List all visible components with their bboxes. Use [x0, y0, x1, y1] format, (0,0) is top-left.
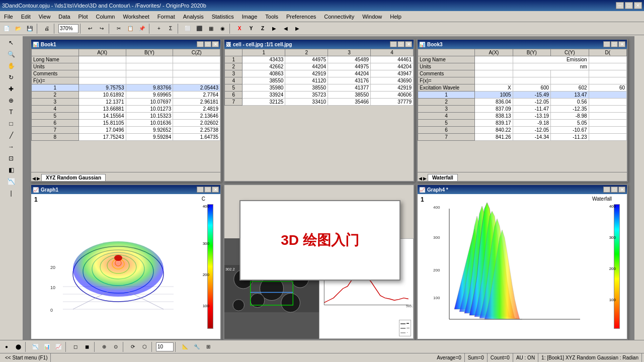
book3-r2-d[interactable] — [589, 99, 626, 106]
toolbar-z-btn[interactable]: Z — [257, 23, 268, 34]
cell-r2-v2[interactable]: 44204 — [285, 63, 328, 70]
book3-c-a[interactable] — [475, 70, 513, 77]
tab-nav-left[interactable]: ◀ — [32, 176, 36, 181]
bt-btn8[interactable]: ⊕ — [99, 341, 110, 352]
book1-fx-a[interactable] — [78, 77, 126, 84]
book3-c-d[interactable] — [589, 70, 626, 77]
book3-minimize[interactable]: _ — [603, 41, 610, 47]
toolbar-y-btn[interactable]: Y — [246, 23, 257, 34]
zoom-tool[interactable]: 🔍 — [1, 49, 21, 60]
text-tool[interactable]: T — [1, 107, 21, 118]
save-button[interactable]: 💾 — [24, 23, 35, 34]
toolbar-nav2[interactable]: ▶ — [292, 23, 303, 34]
tab-nav-right[interactable]: ▶ — [37, 176, 40, 181]
book1-close[interactable]: ✕ — [212, 41, 219, 47]
toolbar-nav1[interactable]: ◀ — [280, 23, 291, 34]
book3-tab-nav-left[interactable]: ◀ — [419, 176, 422, 181]
cell-r3-v1[interactable]: 40863 — [243, 70, 285, 77]
book3-r1-a[interactable]: 1005 — [475, 92, 513, 99]
book1-comments-c[interactable] — [173, 70, 220, 77]
menu-statistics[interactable]: Statistics — [208, 13, 238, 21]
book1-r1-c[interactable]: 2.05443 — [173, 84, 220, 92]
arrow-tool[interactable]: → — [1, 141, 21, 152]
menu-window[interactable]: Window — [358, 13, 386, 21]
cell-close[interactable]: ✕ — [405, 41, 412, 47]
menu-edit[interactable]: Edit — [17, 13, 35, 21]
book3-excwave-600[interactable]: 600 — [513, 84, 550, 92]
cell-r1-v3[interactable]: 45489 — [328, 56, 371, 63]
book3-r7-b[interactable]: -14.34 — [513, 134, 550, 141]
open-button[interactable]: 📂 — [13, 23, 24, 34]
book3-r6-a[interactable]: 840.22 — [475, 127, 513, 134]
book1-comments-a[interactable] — [78, 70, 126, 77]
book3-r5-a[interactable]: 839.17 — [475, 120, 513, 127]
bt-btn7[interactable]: ◼ — [82, 341, 93, 352]
book1-r6-a[interactable]: 15.81105 — [78, 120, 126, 127]
book3-r2-c[interactable]: 0.56 — [551, 99, 589, 106]
cell-r4-v4[interactable]: 43690 — [371, 77, 414, 84]
book3-close[interactable]: ✕ — [618, 41, 625, 47]
cell-r5-v3[interactable]: 41377 — [328, 84, 371, 92]
popup-3d-intro[interactable]: 3D 绘图入门 — [239, 200, 400, 281]
book3-r1-b[interactable]: -15.49 — [513, 92, 550, 99]
cell-r2-v1[interactable]: 42662 — [243, 63, 285, 70]
book3-c-c[interactable] — [551, 70, 589, 77]
book1-tab-xyz[interactable]: XYZ Random Gaussian — [41, 174, 106, 181]
bt-btn2[interactable]: ⬤ — [13, 341, 24, 352]
book3-r4-b[interactable]: -13.19 — [513, 113, 550, 120]
cell-r6-v3[interactable]: 38550 — [328, 92, 371, 99]
book3-excwave-x[interactable]: X — [475, 84, 513, 92]
book3-r7-a[interactable]: 841.26 — [475, 134, 513, 141]
book3-tab-waterfall[interactable]: Waterfall — [428, 174, 458, 181]
book3-ln-d[interactable] — [589, 56, 626, 63]
menu-image[interactable]: Image — [238, 13, 262, 21]
cell-r5-v4[interactable]: 42919 — [371, 84, 414, 92]
book3-u-a[interactable] — [475, 63, 513, 70]
draw-tool[interactable]: □ — [1, 118, 21, 129]
cell-r7-v3[interactable]: 35466 — [328, 99, 371, 106]
book1-r4-c[interactable]: 2.4819 — [173, 106, 220, 113]
cell-r6-v4[interactable]: 40606 — [371, 92, 414, 99]
cell-r2-v4[interactable]: 44204 — [371, 63, 414, 70]
region-tool[interactable]: ⊡ — [1, 153, 21, 164]
book3-fx-d[interactable] — [589, 77, 626, 84]
cell-r6-v2[interactable]: 35723 — [285, 92, 328, 99]
book1-r2-b[interactable]: 9.69965 — [126, 92, 173, 99]
book3-excwave-602[interactable]: 602 — [551, 84, 589, 92]
toolbar-btn-7[interactable]: ⬜ — [182, 23, 193, 34]
book1-r6-c[interactable]: 2.02602 — [173, 120, 220, 127]
book1-r7-c[interactable]: 2.25738 — [173, 127, 220, 134]
book3-ln-a[interactable] — [475, 56, 513, 63]
book1-longname-a[interactable] — [78, 56, 126, 63]
add-col-button[interactable]: + — [153, 23, 165, 34]
maximize-app-button[interactable]: □ — [625, 2, 633, 9]
book1-r5-c[interactable]: 2.13646 — [173, 113, 220, 120]
book3-r5-c[interactable]: 5.05 — [551, 120, 589, 127]
cell-maximize[interactable]: □ — [397, 41, 405, 47]
book3-r1-c[interactable]: 13.47 — [551, 92, 589, 99]
book1-r3-c[interactable]: 2.96181 — [173, 99, 220, 106]
book1-comments-b[interactable] — [126, 70, 173, 77]
bt-btn5[interactable]: 📈 — [53, 341, 64, 352]
menu-preferences[interactable]: Preferences — [282, 13, 320, 21]
menu-data[interactable]: Data — [54, 13, 74, 21]
book1-titlebar[interactable]: 📊 Book1 _ □ ✕ — [31, 40, 220, 49]
menu-analysis[interactable]: Analysis — [179, 13, 208, 21]
book1-r8-c[interactable]: 1.64735 — [173, 134, 220, 141]
book3-r3-c[interactable]: -12.35 — [551, 106, 589, 113]
bt-btn14[interactable]: ⊞ — [203, 341, 214, 352]
book1-r2-a[interactable]: 10.61892 — [78, 92, 126, 99]
cell-r1-v4[interactable]: 44461 — [371, 56, 414, 63]
book1-r3-b[interactable]: 10.07697 — [126, 99, 173, 106]
book1-r8-b[interactable]: 9.59284 — [126, 134, 173, 141]
graph4-titlebar[interactable]: 📈 Graph4 * _ □ ✕ — [418, 185, 627, 194]
book1-r7-b[interactable]: 9.92652 — [126, 127, 173, 134]
cell-r4-v3[interactable]: 43176 — [328, 77, 371, 84]
pan-tool[interactable]: ✋ — [1, 60, 21, 71]
book3-r6-b[interactable]: -12.05 — [513, 127, 550, 134]
toolbar-more-btn[interactable]: ▶ — [269, 23, 280, 34]
book1-r1-b[interactable]: 9.83766 — [126, 84, 173, 92]
book3-r2-b[interactable]: -12.05 — [513, 99, 550, 106]
book3-r7-d[interactable] — [589, 134, 626, 141]
menu-format[interactable]: Format — [153, 13, 179, 21]
